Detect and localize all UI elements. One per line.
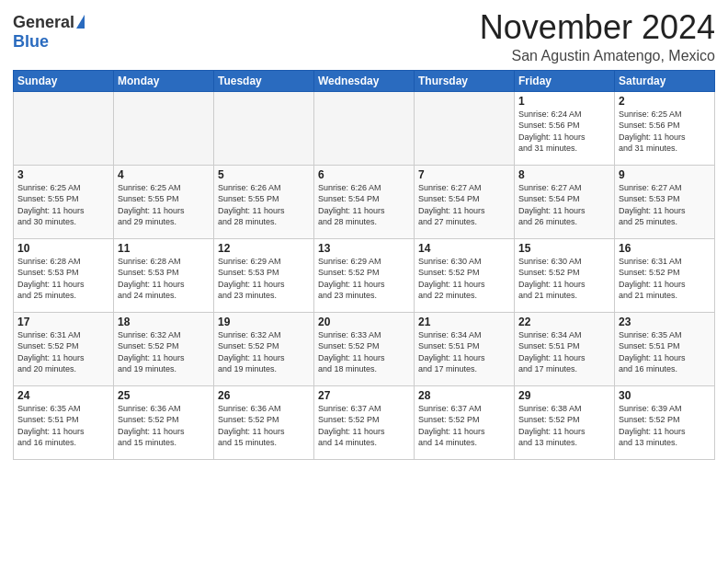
day-number: 29: [518, 389, 610, 402]
calendar-week-row: 24Sunrise: 6:35 AM Sunset: 5:51 PM Dayli…: [14, 385, 715, 459]
weekday-header-row: SundayMondayTuesdayWednesdayThursdayFrid…: [14, 70, 715, 91]
calendar-week-row: 10Sunrise: 6:28 AM Sunset: 5:53 PM Dayli…: [14, 238, 715, 312]
logo-triangle-icon: [76, 15, 85, 29]
day-info: Sunrise: 6:30 AM Sunset: 5:52 PM Dayligh…: [418, 256, 510, 302]
calendar-cell: 24Sunrise: 6:35 AM Sunset: 5:51 PM Dayli…: [14, 385, 114, 459]
day-info: Sunrise: 6:25 AM Sunset: 5:55 PM Dayligh…: [118, 182, 210, 228]
day-number: 22: [518, 316, 610, 328]
day-number: 13: [318, 242, 410, 255]
day-number: 7: [418, 168, 510, 181]
day-info: Sunrise: 6:33 AM Sunset: 5:52 PM Dayligh…: [318, 329, 410, 375]
calendar-cell: 7Sunrise: 6:27 AM Sunset: 5:54 PM Daylig…: [415, 165, 515, 238]
calendar-cell: 4Sunrise: 6:25 AM Sunset: 5:55 PM Daylig…: [114, 165, 214, 238]
day-number: 21: [418, 316, 510, 328]
day-number: 26: [218, 389, 310, 402]
calendar-cell: 28Sunrise: 6:37 AM Sunset: 5:52 PM Dayli…: [415, 385, 515, 459]
calendar-cell: [314, 91, 415, 165]
day-number: 19: [218, 316, 310, 328]
day-info: Sunrise: 6:39 AM Sunset: 5:52 PM Dayligh…: [619, 403, 711, 449]
month-title: November 2024: [480, 9, 715, 46]
day-number: 14: [418, 242, 510, 255]
calendar-cell: 23Sunrise: 6:35 AM Sunset: 5:51 PM Dayli…: [615, 312, 715, 385]
day-info: Sunrise: 6:26 AM Sunset: 5:55 PM Dayligh…: [218, 182, 310, 228]
day-info: Sunrise: 6:36 AM Sunset: 5:52 PM Dayligh…: [118, 403, 210, 449]
day-info: Sunrise: 6:37 AM Sunset: 5:52 PM Dayligh…: [418, 403, 510, 449]
day-info: Sunrise: 6:35 AM Sunset: 5:51 PM Dayligh…: [619, 329, 711, 375]
calendar-cell: 17Sunrise: 6:31 AM Sunset: 5:52 PM Dayli…: [14, 312, 114, 385]
day-number: 16: [619, 242, 711, 255]
calendar-week-row: 1Sunrise: 6:24 AM Sunset: 5:56 PM Daylig…: [14, 91, 715, 165]
day-number: 24: [17, 389, 109, 402]
calendar-cell: 27Sunrise: 6:37 AM Sunset: 5:52 PM Dayli…: [314, 385, 415, 459]
day-number: 20: [318, 316, 410, 328]
day-info: Sunrise: 6:31 AM Sunset: 5:52 PM Dayligh…: [619, 256, 711, 302]
calendar-cell: 21Sunrise: 6:34 AM Sunset: 5:51 PM Dayli…: [415, 312, 515, 385]
calendar-cell: [114, 91, 214, 165]
day-info: Sunrise: 6:30 AM Sunset: 5:52 PM Dayligh…: [518, 256, 610, 302]
day-info: Sunrise: 6:34 AM Sunset: 5:51 PM Dayligh…: [518, 329, 610, 375]
day-number: 15: [518, 242, 610, 255]
day-number: 12: [218, 242, 310, 255]
calendar-cell: 25Sunrise: 6:36 AM Sunset: 5:52 PM Dayli…: [114, 385, 214, 459]
day-number: 10: [17, 242, 109, 255]
calendar-cell: 11Sunrise: 6:28 AM Sunset: 5:53 PM Dayli…: [114, 238, 214, 312]
day-info: Sunrise: 6:32 AM Sunset: 5:52 PM Dayligh…: [218, 329, 310, 375]
day-info: Sunrise: 6:27 AM Sunset: 5:54 PM Dayligh…: [518, 182, 610, 228]
weekday-header-sunday: Sunday: [14, 70, 114, 91]
day-info: Sunrise: 6:31 AM Sunset: 5:52 PM Dayligh…: [17, 329, 109, 375]
logo-general: General: [13, 13, 74, 32]
day-info: Sunrise: 6:29 AM Sunset: 5:53 PM Dayligh…: [218, 256, 310, 302]
day-number: 8: [518, 168, 610, 181]
weekday-header-friday: Friday: [515, 70, 615, 91]
day-info: Sunrise: 6:27 AM Sunset: 5:53 PM Dayligh…: [619, 182, 711, 228]
day-number: 28: [418, 389, 510, 402]
calendar-cell: 3Sunrise: 6:25 AM Sunset: 5:55 PM Daylig…: [14, 165, 114, 238]
calendar-cell: 8Sunrise: 6:27 AM Sunset: 5:54 PM Daylig…: [515, 165, 615, 238]
calendar-cell: 19Sunrise: 6:32 AM Sunset: 5:52 PM Dayli…: [214, 312, 314, 385]
calendar-cell: 29Sunrise: 6:38 AM Sunset: 5:52 PM Dayli…: [515, 385, 615, 459]
day-info: Sunrise: 6:29 AM Sunset: 5:52 PM Dayligh…: [318, 256, 410, 302]
day-info: Sunrise: 6:37 AM Sunset: 5:52 PM Dayligh…: [318, 403, 410, 449]
day-number: 1: [518, 95, 610, 108]
header: General Blue November 2024 San Agustin A…: [13, 9, 715, 64]
calendar-cell: 12Sunrise: 6:29 AM Sunset: 5:53 PM Dayli…: [214, 238, 314, 312]
day-info: Sunrise: 6:38 AM Sunset: 5:52 PM Dayligh…: [518, 403, 610, 449]
day-number: 23: [619, 316, 711, 328]
calendar-cell: 30Sunrise: 6:39 AM Sunset: 5:52 PM Dayli…: [615, 385, 715, 459]
day-number: 18: [118, 316, 210, 328]
day-info: Sunrise: 6:24 AM Sunset: 5:56 PM Dayligh…: [518, 109, 610, 155]
day-info: Sunrise: 6:32 AM Sunset: 5:52 PM Dayligh…: [118, 329, 210, 375]
day-number: 25: [118, 389, 210, 402]
day-info: Sunrise: 6:26 AM Sunset: 5:54 PM Dayligh…: [318, 182, 410, 228]
calendar-cell: 22Sunrise: 6:34 AM Sunset: 5:51 PM Dayli…: [515, 312, 615, 385]
weekday-header-tuesday: Tuesday: [214, 70, 314, 91]
weekday-header-saturday: Saturday: [615, 70, 715, 91]
calendar-cell: 1Sunrise: 6:24 AM Sunset: 5:56 PM Daylig…: [515, 91, 615, 165]
day-info: Sunrise: 6:28 AM Sunset: 5:53 PM Dayligh…: [118, 256, 210, 302]
day-info: Sunrise: 6:28 AM Sunset: 5:53 PM Dayligh…: [17, 256, 109, 302]
calendar-cell: 9Sunrise: 6:27 AM Sunset: 5:53 PM Daylig…: [615, 165, 715, 238]
day-number: 4: [118, 168, 210, 181]
calendar-cell: 16Sunrise: 6:31 AM Sunset: 5:52 PM Dayli…: [615, 238, 715, 312]
calendar-week-row: 17Sunrise: 6:31 AM Sunset: 5:52 PM Dayli…: [14, 312, 715, 385]
day-number: 30: [619, 389, 711, 402]
day-number: 17: [17, 316, 109, 328]
calendar-container: General Blue November 2024 San Agustin A…: [0, 0, 728, 465]
day-number: 27: [318, 389, 410, 402]
calendar-week-row: 3Sunrise: 6:25 AM Sunset: 5:55 PM Daylig…: [14, 165, 715, 238]
calendar-cell: 14Sunrise: 6:30 AM Sunset: 5:52 PM Dayli…: [415, 238, 515, 312]
weekday-header-thursday: Thursday: [415, 70, 515, 91]
calendar-cell: 20Sunrise: 6:33 AM Sunset: 5:52 PM Dayli…: [314, 312, 415, 385]
day-info: Sunrise: 6:27 AM Sunset: 5:54 PM Dayligh…: [418, 182, 510, 228]
calendar-cell: 10Sunrise: 6:28 AM Sunset: 5:53 PM Dayli…: [14, 238, 114, 312]
day-info: Sunrise: 6:35 AM Sunset: 5:51 PM Dayligh…: [17, 403, 109, 449]
calendar-cell: 5Sunrise: 6:26 AM Sunset: 5:55 PM Daylig…: [214, 165, 314, 238]
calendar-cell: 2Sunrise: 6:25 AM Sunset: 5:56 PM Daylig…: [615, 91, 715, 165]
weekday-header-monday: Monday: [114, 70, 214, 91]
weekday-header-wednesday: Wednesday: [314, 70, 415, 91]
day-info: Sunrise: 6:25 AM Sunset: 5:56 PM Dayligh…: [619, 109, 711, 155]
calendar-cell: [214, 91, 314, 165]
calendar-cell: [415, 91, 515, 165]
calendar-cell: [14, 91, 114, 165]
calendar-cell: 13Sunrise: 6:29 AM Sunset: 5:52 PM Dayli…: [314, 238, 415, 312]
